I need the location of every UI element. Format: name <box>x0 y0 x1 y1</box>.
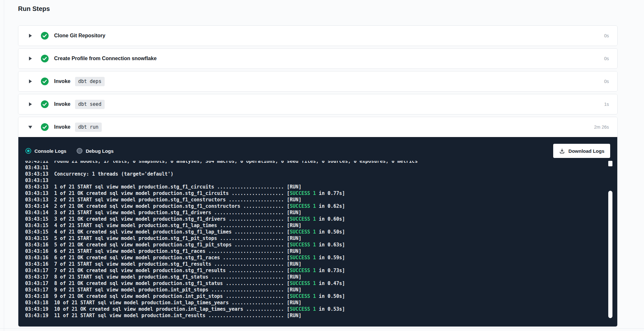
command-badge: dbt seed <box>75 100 105 109</box>
radio-label: Debug Logs <box>86 148 114 154</box>
bottom-divider <box>0 328 644 329</box>
success-check-icon <box>41 32 49 40</box>
download-logs-button[interactable]: Download Logs <box>553 144 610 158</box>
log-line: 03:43:17 9 of 21 START sql view model pr… <box>25 287 605 293</box>
console-log-output[interactable]: 03:43:11 Found 21 models, 17 tests, 0 sn… <box>25 161 605 320</box>
log-line: 03:43:19 11 of 21 START sql view model p… <box>25 312 605 319</box>
step-duration: 0s <box>604 79 609 84</box>
scrollbar-thumb[interactable] <box>608 191 612 318</box>
radio-label: Console Logs <box>34 148 66 154</box>
log-line: 03:43:13 Concurrency: 1 threads (target=… <box>25 171 605 177</box>
log-line: 03:43:17 7 of 21 OK created sql view mod… <box>25 267 605 274</box>
download-icon <box>559 148 565 154</box>
log-line: 03:43:16 7 of 21 START sql view model pr… <box>25 261 605 267</box>
step-title: Clone Git Repository <box>54 33 105 39</box>
radio-selected-icon <box>25 148 31 154</box>
log-line: 03:43:16 6 of 21 START sql view model pr… <box>25 248 605 254</box>
step-card-clone-git-repository[interactable]: Clone Git Repository 0s <box>18 25 618 46</box>
step-duration: 1s <box>604 102 609 107</box>
run-steps-list: Clone Git Repository 0s Create Profile f… <box>18 25 618 329</box>
log-line: 03:43:17 8 of 21 START sql view model pr… <box>25 274 605 280</box>
log-line: 03:43:16 5 of 21 OK created sql view mod… <box>25 242 605 248</box>
log-line: 03:43:14 3 of 21 START sql view model pr… <box>25 209 605 216</box>
step-duration: 0s <box>604 56 609 61</box>
log-line: 03:43:13 1 of 21 START sql view model pr… <box>25 184 605 190</box>
console-panel: Console Logs Debug Logs Download Logs 03… <box>18 137 617 326</box>
log-line: 03:43:13 2 of 21 START sql view model pr… <box>25 197 605 203</box>
step-card-create-profile[interactable]: Create Profile from Connection snowflake… <box>18 48 618 69</box>
step-title: Invoke <box>54 124 71 130</box>
log-line: 03:43:11 Found 21 models, 17 tests, 0 sn… <box>25 161 605 164</box>
content-left-divider <box>4 0 4 331</box>
scrollbar-top-button[interactable] <box>608 161 612 166</box>
radio-console-logs[interactable]: Console Logs <box>25 148 66 154</box>
log-line: 03:43:17 8 of 21 OK created sql view mod… <box>25 280 605 287</box>
log-line: 03:43:13 1 of 21 OK created sql view mod… <box>25 190 605 197</box>
step-duration: 0s <box>604 33 609 38</box>
step-card-invoke-dbt-seed[interactable]: Invoke dbt seed 1s <box>18 94 618 115</box>
console-toolbar: Console Logs Debug Logs Download Logs <box>25 143 610 158</box>
log-line: 03:43:11 <box>25 164 605 171</box>
expand-chevron-right-icon[interactable] <box>28 102 33 106</box>
step-card-invoke-dbt-run[interactable]: Invoke dbt run 2m 26s Console Logs Debug… <box>18 117 618 327</box>
step-duration: 2m 26s <box>594 124 609 130</box>
page-title: Run Steps <box>18 5 50 13</box>
log-line: 03:43:19 10 of 21 OK created sql view mo… <box>25 306 605 312</box>
console-scrollbar[interactable] <box>608 161 612 320</box>
log-line: 03:43:15 4 of 21 OK created sql view mod… <box>25 229 605 235</box>
step-card-invoke-dbt-deps[interactable]: Invoke dbt deps 0s <box>18 71 618 92</box>
success-check-icon <box>41 100 49 108</box>
log-line: 03:43:15 3 of 21 OK created sql view mod… <box>25 216 605 222</box>
radio-debug-logs[interactable]: Debug Logs <box>77 148 114 154</box>
success-check-icon <box>41 123 49 131</box>
expand-chevron-right-icon[interactable] <box>28 57 33 60</box>
run-steps-page: Run Steps Clone Git Repository 0s Create… <box>0 0 644 331</box>
command-badge: dbt deps <box>75 77 105 86</box>
success-check-icon <box>41 78 49 85</box>
command-badge: dbt run <box>75 123 102 132</box>
expand-chevron-right-icon[interactable] <box>28 79 33 83</box>
download-logs-label: Download Logs <box>568 148 604 154</box>
log-line: 03:43:16 6 of 21 OK created sql view mod… <box>25 254 605 261</box>
collapse-chevron-down-icon[interactable] <box>28 126 33 129</box>
radio-unselected-icon <box>77 148 82 154</box>
log-line: 03:43:18 10 of 21 START sql view model p… <box>25 299 605 306</box>
step-title: Invoke <box>54 78 71 84</box>
log-line: 03:43:18 9 of 21 OK created sql view mod… <box>25 293 605 299</box>
success-check-icon <box>41 55 49 62</box>
expand-chevron-right-icon[interactable] <box>28 34 33 38</box>
step-title: Invoke <box>54 101 71 107</box>
step-title: Create Profile from Connection snowflake <box>54 56 156 61</box>
log-line: 03:43:14 2 of 21 OK created sql view mod… <box>25 203 605 209</box>
log-line: 03:43:15 4 of 21 START sql view model pr… <box>25 222 605 229</box>
log-line: 03:43:15 5 of 21 START sql view model pr… <box>25 235 605 242</box>
log-line: 03:43:13 <box>25 177 605 184</box>
